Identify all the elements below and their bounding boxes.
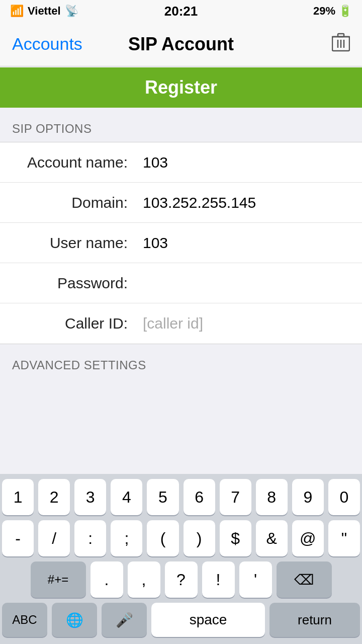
signal-icon: 📶 xyxy=(10,5,24,18)
status-time: 20:21 xyxy=(164,4,198,19)
key-at[interactable]: @ xyxy=(292,520,324,556)
key-close-paren[interactable]: ) xyxy=(184,520,215,556)
domain-label: Domain: xyxy=(12,194,143,211)
advanced-settings-header: ADVANCED SETTINGS xyxy=(0,344,362,378)
key-1[interactable]: 1 xyxy=(2,479,34,515)
status-right: 29% 🔋 xyxy=(313,5,352,18)
register-button[interactable]: Register xyxy=(0,67,362,108)
caller-id-label: Caller ID: xyxy=(12,315,143,332)
key-apostrophe[interactable]: ' xyxy=(239,561,272,598)
sip-options-header: SIP OPTIONS xyxy=(0,108,362,142)
key-return[interactable]: return xyxy=(269,603,360,637)
key-dollar[interactable]: $ xyxy=(220,520,251,556)
key-ampersand[interactable]: & xyxy=(256,520,288,556)
key-3[interactable]: 3 xyxy=(74,479,106,515)
carrier-name: Viettel xyxy=(28,5,61,18)
back-button[interactable]: Accounts xyxy=(12,34,82,54)
key-2[interactable]: 2 xyxy=(38,479,70,515)
key-hashplus[interactable]: #+= xyxy=(31,561,86,598)
key-quote[interactable]: " xyxy=(328,520,360,556)
keyboard: 1 2 3 4 5 6 7 8 9 0 - / : ; ( ) $ & @ " … xyxy=(0,474,362,644)
key-comma[interactable]: , xyxy=(128,561,160,598)
key-question[interactable]: ? xyxy=(165,561,198,598)
trash-button[interactable] xyxy=(332,32,350,56)
key-slash[interactable]: / xyxy=(38,520,70,556)
key-4[interactable]: 4 xyxy=(111,479,142,515)
keyboard-row-special: #+= . , ? ! ' ⌫ xyxy=(2,561,360,598)
nav-title: SIP Account xyxy=(128,34,234,55)
key-period[interactable]: . xyxy=(90,561,123,598)
key-abc[interactable]: ABC xyxy=(2,603,47,637)
battery-icon: 🔋 xyxy=(338,5,352,18)
wifi-icon: 📡 xyxy=(65,5,78,18)
caller-id-placeholder[interactable]: [caller id] xyxy=(143,315,350,332)
key-semicolon[interactable]: ; xyxy=(111,520,142,556)
key-8[interactable]: 8 xyxy=(256,479,288,515)
key-9[interactable]: 9 xyxy=(292,479,324,515)
key-minus[interactable]: - xyxy=(2,520,34,556)
key-0[interactable]: 0 xyxy=(328,479,360,515)
keyboard-row-numbers: 1 2 3 4 5 6 7 8 9 0 xyxy=(2,479,360,515)
account-name-row[interactable]: Account name: 103 xyxy=(0,142,362,183)
key-mic[interactable]: 🎤 xyxy=(102,603,147,637)
nav-bar: Accounts SIP Account xyxy=(0,22,362,66)
key-space[interactable]: space xyxy=(151,603,265,637)
status-left: 📶 Viettel 📡 xyxy=(10,5,78,18)
key-colon[interactable]: : xyxy=(74,520,106,556)
battery-percent: 29% xyxy=(313,5,335,18)
key-exclaim[interactable]: ! xyxy=(202,561,235,598)
domain-row[interactable]: Domain: 103.252.255.145 xyxy=(0,183,362,223)
account-name-label: Account name: xyxy=(12,154,143,171)
delete-key[interactable]: ⌫ xyxy=(277,561,332,598)
keyboard-row-bottom: ABC 🌐 🎤 space return xyxy=(2,603,360,637)
key-globe[interactable]: 🌐 xyxy=(52,603,97,637)
username-label: User name: xyxy=(12,234,143,252)
key-7[interactable]: 7 xyxy=(220,479,251,515)
account-name-value[interactable]: 103 xyxy=(143,154,350,171)
domain-value[interactable]: 103.252.255.145 xyxy=(143,194,350,211)
register-label: Register xyxy=(145,77,217,98)
key-open-paren[interactable]: ( xyxy=(147,520,178,556)
username-value[interactable]: 103 xyxy=(143,234,350,252)
password-row[interactable]: Password: xyxy=(0,263,362,303)
username-row[interactable]: User name: 103 xyxy=(0,223,362,263)
key-5[interactable]: 5 xyxy=(147,479,178,515)
status-bar: 📶 Viettel 📡 20:21 29% 🔋 xyxy=(0,0,362,22)
caller-id-row[interactable]: Caller ID: [caller id] xyxy=(0,303,362,344)
keyboard-row-symbols: - / : ; ( ) $ & @ " xyxy=(2,520,360,556)
key-6[interactable]: 6 xyxy=(184,479,215,515)
sip-options-form: Account name: 103 Domain: 103.252.255.14… xyxy=(0,142,362,344)
password-label: Password: xyxy=(12,275,143,292)
